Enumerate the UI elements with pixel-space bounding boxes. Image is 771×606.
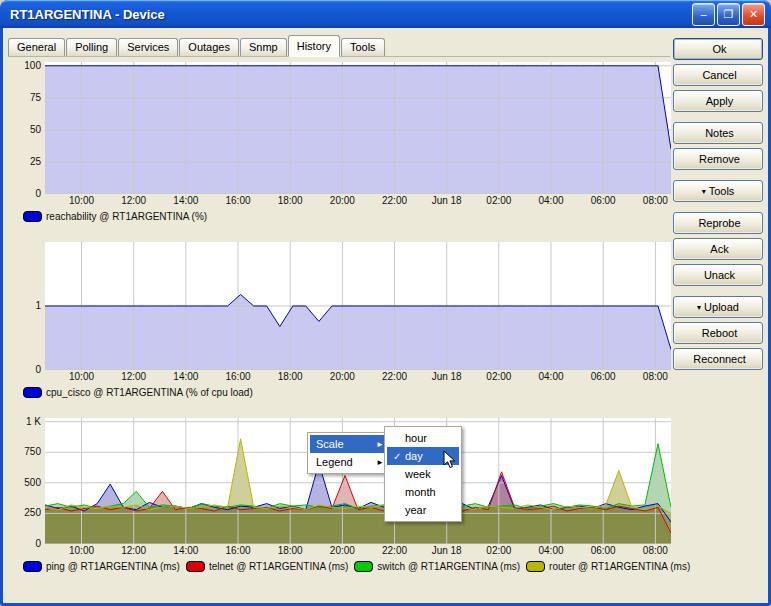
x-tick-label: Jun 18 <box>423 195 471 206</box>
y-tick-label: 1 <box>35 300 41 312</box>
y-tick-label: 50 <box>30 124 41 136</box>
tools-menu-button[interactable]: ▾Tools <box>673 180 763 202</box>
x-tick-label: 06:00 <box>579 371 627 382</box>
legend-swatch-icon <box>23 387 42 398</box>
remove-button[interactable]: Remove <box>673 148 763 170</box>
menu-item-legend[interactable]: Legend ► <box>310 453 388 471</box>
x-tick-label: 20:00 <box>318 545 366 556</box>
x-tick-label: 16:00 <box>214 371 262 382</box>
dialog-body: General Polling Services Outages Snmp Hi… <box>3 28 768 603</box>
menu-item-scale[interactable]: Scale ► <box>310 435 388 453</box>
x-tick-label: 14:00 <box>162 371 210 382</box>
submenu-item-year[interactable]: year <box>387 501 459 519</box>
x-tick-label: 18:00 <box>266 545 314 556</box>
cancel-button[interactable]: Cancel <box>673 64 763 86</box>
reachability-y-axis: 0255075100 <box>11 62 45 194</box>
check-icon: ✓ <box>393 451 405 462</box>
x-tick-label: 02:00 <box>475 195 523 206</box>
latency-y-axis: 02505007501 K <box>11 418 45 544</box>
history-charts: 0255075100 10:0012:0014:0016:0018:0020:0… <box>11 62 671 592</box>
legend-item: cpu_cisco @ RT1ARGENTINA (% of cpu load) <box>23 387 253 398</box>
x-tick-label: 20:00 <box>318 371 366 382</box>
reconnect-button[interactable]: Reconnect <box>673 348 763 370</box>
mouse-cursor-icon <box>443 450 456 473</box>
tab-polling[interactable]: Polling <box>66 38 117 56</box>
legend-item: router @ RT1ARGENTINA (ms) <box>526 561 690 572</box>
x-tick-label: Jun 18 <box>423 545 471 556</box>
window-title: RT1ARGENTINA - Device <box>6 7 690 22</box>
dropdown-arrow-icon: ▾ <box>702 187 706 196</box>
y-tick-label: 1 K <box>26 416 41 428</box>
reachability-chart: 0255075100 10:0012:0014:0016:0018:0020:0… <box>11 62 671 224</box>
reachability-legend: reachability @ RT1ARGENTINA (%) <box>23 208 671 224</box>
y-tick-label: 0 <box>35 188 41 200</box>
y-tick-label: 500 <box>24 477 41 489</box>
cpu-x-axis: 10:0012:0014:0016:0018:0020:0022:00Jun 1… <box>45 370 671 384</box>
maximize-button[interactable]: ❐ <box>717 3 740 26</box>
y-tick-label: 100 <box>24 60 41 72</box>
title-bar[interactable]: RT1ARGENTINA - Device – ❐ ✕ <box>0 0 771 28</box>
submenu-item-hour[interactable]: hour <box>387 429 459 447</box>
x-tick-label: 18:00 <box>266 371 314 382</box>
latency-x-axis: 10:0012:0014:0016:0018:0020:0022:00Jun 1… <box>45 544 671 558</box>
x-tick-label: 04:00 <box>527 371 575 382</box>
submenu-arrow-icon: ► <box>376 458 384 467</box>
x-tick-label: 20:00 <box>318 195 366 206</box>
latency-legend: ping @ RT1ARGENTINA (ms)telnet @ RT1ARGE… <box>23 558 663 574</box>
tab-snmp[interactable]: Snmp <box>240 38 287 56</box>
tab-outages[interactable]: Outages <box>179 38 239 56</box>
x-tick-label: 18:00 <box>266 195 314 206</box>
x-tick-label: 12:00 <box>110 195 158 206</box>
y-tick-label: 0 <box>35 364 41 376</box>
device-window: RT1ARGENTINA - Device – ❐ ✕ General Poll… <box>0 0 771 606</box>
unack-button[interactable]: Unack <box>673 264 763 286</box>
x-tick-label: 02:00 <box>475 545 523 556</box>
x-tick-label: 02:00 <box>475 371 523 382</box>
x-tick-label: 04:00 <box>527 195 575 206</box>
y-tick-label: 0 <box>35 538 41 550</box>
reboot-button[interactable]: Reboot <box>673 322 763 344</box>
x-tick-label: 22:00 <box>371 545 419 556</box>
y-tick-label: 75 <box>30 92 41 104</box>
ack-button[interactable]: Ack <box>673 238 763 260</box>
notes-button[interactable]: Notes <box>673 122 763 144</box>
x-tick-label: 06:00 <box>579 195 627 206</box>
submenu-item-month[interactable]: month <box>387 483 459 501</box>
x-tick-label: 10:00 <box>58 371 106 382</box>
y-tick-label: 750 <box>24 446 41 458</box>
x-tick-label: 22:00 <box>371 371 419 382</box>
reprobe-button[interactable]: Reprobe <box>673 212 763 234</box>
close-button[interactable]: ✕ <box>742 3 765 26</box>
cpu-y-axis: 01 <box>11 242 45 370</box>
dropdown-arrow-icon: ▾ <box>697 303 701 312</box>
ok-button[interactable]: Ok <box>673 38 763 60</box>
tab-bar: General Polling Services Outages Snmp Hi… <box>8 34 670 57</box>
tab-history[interactable]: History <box>288 35 340 57</box>
close-icon: ✕ <box>749 9 758 20</box>
reachability-plot[interactable] <box>45 62 671 194</box>
legend-item: ping @ RT1ARGENTINA (ms) <box>23 561 180 572</box>
x-tick-label: 22:00 <box>371 195 419 206</box>
minimize-button[interactable]: – <box>692 3 715 26</box>
apply-button[interactable]: Apply <box>673 90 763 112</box>
tab-tools[interactable]: Tools <box>341 38 385 56</box>
legend-swatch-icon <box>186 561 205 572</box>
legend-item: reachability @ RT1ARGENTINA (%) <box>23 211 207 222</box>
x-tick-label: 14:00 <box>162 195 210 206</box>
y-tick-label: 25 <box>30 156 41 168</box>
cpu-chart: 01 10:0012:0014:0016:0018:0020:0022:00Ju… <box>11 242 671 400</box>
x-tick-label: 12:00 <box>110 545 158 556</box>
legend-swatch-icon <box>354 561 373 572</box>
chart-context-menu: Scale ► Legend ► <box>307 432 391 474</box>
x-tick-label: 08:00 <box>631 545 679 556</box>
tab-services[interactable]: Services <box>118 38 178 56</box>
legend-swatch-icon <box>526 561 545 572</box>
x-tick-label: 12:00 <box>110 371 158 382</box>
x-tick-label: 10:00 <box>58 545 106 556</box>
upload-menu-button[interactable]: ▾Upload <box>673 296 763 318</box>
legend-swatch-icon <box>23 211 42 222</box>
x-tick-label: 10:00 <box>58 195 106 206</box>
tab-general[interactable]: General <box>8 38 65 56</box>
x-tick-label: 16:00 <box>214 545 262 556</box>
cpu-plot[interactable] <box>45 242 671 370</box>
